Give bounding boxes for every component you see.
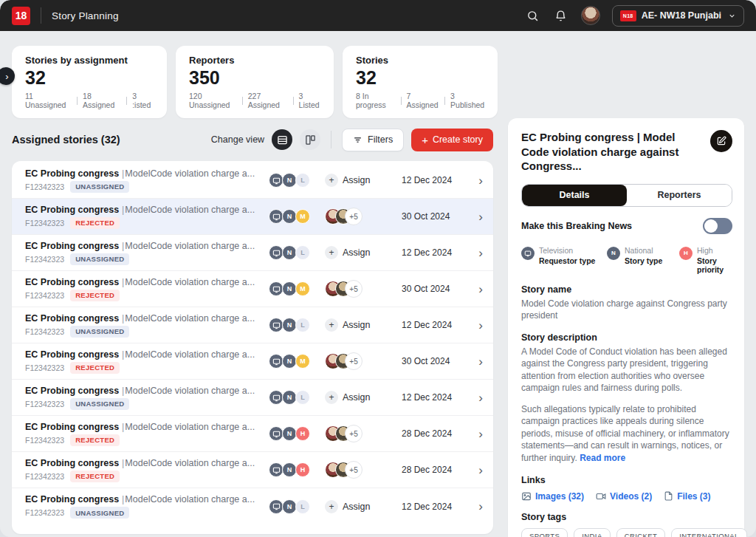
news18-logo[interactable]: 18 xyxy=(12,7,30,25)
television-icon xyxy=(269,318,284,332)
read-more-link[interactable]: Read more xyxy=(580,453,625,463)
story-row[interactable]: EC Probing congress | ModelCode violatio… xyxy=(12,380,493,416)
chevron-right-icon[interactable]: › xyxy=(465,464,483,476)
story-details-panel: EC Probing congress | Model Code violati… xyxy=(508,118,744,537)
assignee-avatars[interactable]: +5 xyxy=(325,425,362,442)
high-priority-icon: H xyxy=(679,247,693,260)
tag-chip[interactable]: SPORTS xyxy=(521,528,568,537)
story-type-badge: N xyxy=(282,426,297,441)
story-row[interactable]: EC Probing congress | ModelCode violatio… xyxy=(12,235,493,271)
status-badge: UNASSIGNED xyxy=(70,253,129,265)
chevron-right-icon[interactable]: › xyxy=(465,355,483,368)
chevron-right-icon[interactable]: › xyxy=(465,391,483,404)
topbar-divider xyxy=(41,7,41,24)
story-date: 12 Dec 2024 xyxy=(402,320,465,330)
story-title: EC Probing congress xyxy=(25,313,119,324)
assigned-stories-title: Assigned stories (32) xyxy=(12,134,120,146)
story-meta-row: Television Requestor type N National Sto… xyxy=(521,246,732,274)
requestor-type-value: Television xyxy=(539,246,595,255)
chevron-right-icon[interactable]: › xyxy=(465,283,483,295)
status-badge: UNASSIGNED xyxy=(70,507,129,519)
title-separator: | xyxy=(122,277,124,287)
story-row[interactable]: EC Probing congress | ModelCode violatio… xyxy=(12,199,493,235)
user-avatar[interactable] xyxy=(581,6,600,25)
television-icon xyxy=(521,247,535,260)
edit-story-button[interactable] xyxy=(710,130,732,152)
assignee-avatars[interactable]: +5 xyxy=(325,280,362,298)
stat-card-stories[interactable]: Stories 32 8 In progress 7 Assigned 3 Pu… xyxy=(343,46,498,118)
story-row[interactable]: EC Probing congress | ModelCode violatio… xyxy=(12,416,493,452)
story-subtitle: ModelCode violation charge a... xyxy=(125,422,255,432)
chevron-right-icon[interactable]: › xyxy=(465,500,483,513)
stat-title: Reporters xyxy=(189,55,322,66)
tags-row: SPORTS INDIA CRICKET INTERNATIONAL xyxy=(521,528,732,537)
story-subtitle: ModelCode violation charge a... xyxy=(125,386,255,396)
television-icon xyxy=(269,426,284,441)
create-story-button[interactable]: + Create story xyxy=(411,129,493,151)
assign-button[interactable]: + Assign xyxy=(325,500,371,513)
stats-row: Stories by assignment 32 11 Unassigned 1… xyxy=(0,31,756,118)
assign-button[interactable]: + Assign xyxy=(325,391,371,404)
list-header: Assigned stories (32) Change view Filter… xyxy=(12,118,493,161)
chevron-right-icon[interactable]: › xyxy=(465,247,483,259)
stat-breakdown: 3 Published xyxy=(450,92,486,109)
story-row[interactable]: EC Probing congress | ModelCode violatio… xyxy=(12,488,493,524)
org-selector-label: AE- NW18 Punjabi xyxy=(642,10,721,21)
assign-label: Assign xyxy=(343,502,371,512)
television-icon xyxy=(269,245,284,260)
org-selector-dropdown[interactable]: N18 AE- NW18 Punjabi xyxy=(612,5,744,27)
tag-chip[interactable]: CRICKET xyxy=(616,528,666,537)
story-name-value: Model Code violation charge against Cong… xyxy=(521,298,732,322)
assignee-avatars[interactable]: +5 xyxy=(325,461,362,479)
story-id: F12342323 xyxy=(25,436,64,445)
notifications-bell-icon[interactable] xyxy=(553,7,569,24)
create-story-label: Create story xyxy=(433,134,483,145)
videos-link[interactable]: Videos (2) xyxy=(596,491,652,502)
board-view-button[interactable] xyxy=(300,129,320,150)
story-row[interactable]: EC Probing congress | ModelCode violatio… xyxy=(12,307,493,343)
stat-card-reporters[interactable]: Reporters 350 120 Unassigned 227 Assigne… xyxy=(176,46,334,118)
search-icon[interactable] xyxy=(525,7,541,24)
filters-button[interactable]: Filters xyxy=(342,129,404,151)
video-icon xyxy=(596,491,606,502)
stat-value: 350 xyxy=(189,67,322,89)
title-separator: | xyxy=(122,313,124,324)
priority-badge: M xyxy=(295,354,310,369)
list-view-button[interactable] xyxy=(272,129,292,150)
plus-icon: + xyxy=(325,500,338,513)
header-divider xyxy=(331,131,331,148)
story-row[interactable]: EC Probing congress | ModelCode violatio… xyxy=(12,343,493,380)
tag-chip[interactable]: INDIA xyxy=(574,528,610,537)
chevron-right-icon[interactable]: › xyxy=(465,319,483,332)
status-badge: REJECTED xyxy=(70,290,120,301)
story-subtitle: ModelCode violation charge a... xyxy=(125,349,255,360)
assign-label: Assign xyxy=(343,320,371,330)
assignee-avatars[interactable]: +5 xyxy=(325,208,362,225)
assign-button[interactable]: + Assign xyxy=(325,318,371,332)
story-row[interactable]: EC Probing congress | ModelCode violatio… xyxy=(12,163,493,199)
chevron-right-icon[interactable]: › xyxy=(465,428,483,440)
breaking-news-label: Make this Breaking News xyxy=(521,221,632,231)
files-link[interactable]: Files (3) xyxy=(664,491,710,502)
chevron-right-icon[interactable]: › xyxy=(465,211,483,223)
chevron-right-icon[interactable]: › xyxy=(465,174,483,187)
assign-label: Assign xyxy=(343,392,371,403)
priority-badge: H xyxy=(295,426,310,441)
breaking-news-toggle[interactable] xyxy=(703,218,732,234)
tag-chip[interactable]: INTERNATIONAL xyxy=(671,528,747,537)
assign-button[interactable]: + Assign xyxy=(325,246,371,259)
stat-card-stories-by-assignment[interactable]: Stories by assignment 32 11 Unassigned 1… xyxy=(12,46,167,118)
story-type-badge: N xyxy=(282,173,297,188)
tab-details[interactable]: Details xyxy=(522,185,627,206)
tab-reporters[interactable]: Reporters xyxy=(627,185,732,206)
title-separator: | xyxy=(122,349,124,360)
plus-icon: + xyxy=(325,246,338,259)
story-row[interactable]: EC Probing congress | ModelCode violatio… xyxy=(12,452,493,488)
title-separator: | xyxy=(122,422,124,432)
images-link[interactable]: Images (32) xyxy=(521,491,584,502)
assignee-avatars[interactable]: +5 xyxy=(325,352,362,370)
news18-flag-logo: N18 xyxy=(620,10,636,21)
assign-label: Assign xyxy=(343,175,371,185)
story-row[interactable]: EC Probing congress | ModelCode violatio… xyxy=(12,271,493,307)
assign-button[interactable]: + Assign xyxy=(325,174,371,187)
